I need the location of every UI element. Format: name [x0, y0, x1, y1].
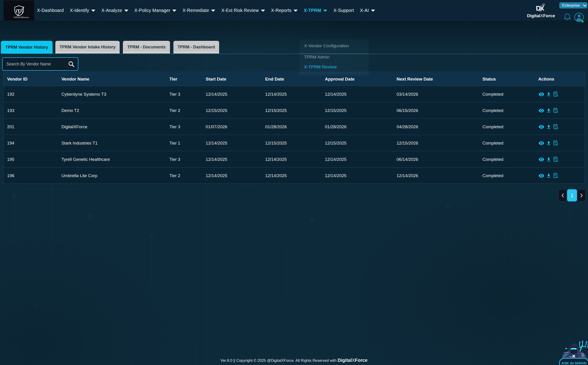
svg-text:iTX: iTX [16, 8, 23, 14]
svg-text:iTRUSTXForce: iTRUSTXForce [14, 16, 29, 19]
